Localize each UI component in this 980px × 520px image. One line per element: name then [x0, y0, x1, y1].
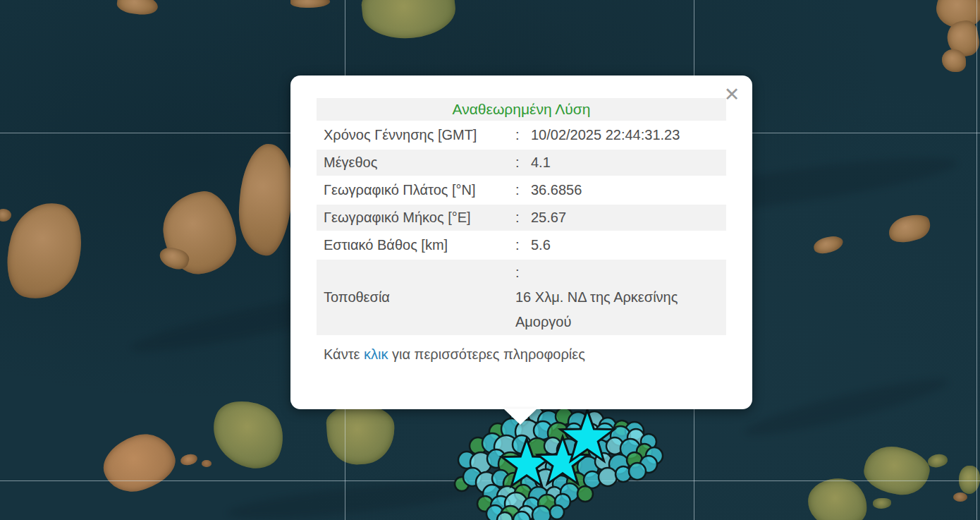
major-earthquake-star-marker[interactable] — [502, 439, 551, 486]
earthquake-circle-marker[interactable] — [497, 486, 518, 507]
earthquake-circle-marker[interactable] — [546, 487, 562, 502]
island — [861, 442, 933, 500]
earthquake-circle-marker[interactable] — [577, 456, 599, 478]
earthquake-circle-marker[interactable] — [575, 438, 593, 456]
popup-title: Αναθεωρημένη Λύση — [317, 98, 726, 121]
earthquake-circle-marker[interactable] — [585, 411, 604, 430]
earthquake-circle-marker[interactable] — [498, 452, 522, 476]
earthquake-circle-marker[interactable] — [599, 418, 616, 435]
earthquake-circle-marker[interactable] — [513, 512, 530, 520]
earthquake-circle-marker[interactable] — [640, 456, 657, 473]
earthquake-circle-marker[interactable] — [487, 449, 506, 468]
earthquake-circle-marker[interactable] — [518, 506, 534, 520]
earthquake-circle-marker[interactable] — [513, 435, 531, 454]
earthquake-circle-marker[interactable] — [589, 440, 610, 461]
earthquake-circle-marker[interactable] — [611, 426, 630, 446]
table-row: Χρόνος Γέννησης [GMT]:10/02/2025 22:44:3… — [317, 122, 726, 148]
earthquake-circle-marker[interactable] — [550, 505, 564, 519]
island — [180, 453, 199, 467]
popup-content: Αναθεωρημένη Λύση Χρόνος Γέννησης [GMT]:… — [317, 97, 726, 366]
field-value: :16 Χλμ. ΝΔ της Αρκεσίνης Αμοργού — [514, 260, 726, 335]
earthquake-circle-marker[interactable] — [584, 471, 601, 488]
earthquake-circle-marker[interactable] — [497, 512, 513, 520]
earthquake-circle-marker[interactable] — [544, 437, 561, 454]
island — [0, 209, 11, 222]
earthquake-info-popup: ✕ Αναθεωρημένη Λύση Χρόνος Γέννησης [GMT… — [290, 75, 752, 409]
earthquake-circle-marker[interactable] — [614, 421, 630, 436]
major-earthquake-star-marker[interactable] — [561, 410, 614, 461]
earthquake-circle-marker[interactable] — [470, 452, 491, 473]
field-label: Γεωγραφικό Μήκος [°E] — [317, 205, 514, 231]
more-info-before: Κάντε — [324, 346, 364, 362]
island — [290, 0, 330, 8]
earthquake-circle-marker[interactable] — [491, 496, 510, 516]
island — [116, 0, 159, 17]
earthquake-circle-marker[interactable] — [529, 487, 549, 507]
earthquake-circle-marker[interactable] — [615, 466, 631, 482]
island — [97, 426, 181, 500]
earthquake-circle-marker[interactable] — [503, 473, 526, 495]
earthquake-circle-marker[interactable] — [578, 423, 601, 446]
earthquake-circle-marker[interactable] — [567, 473, 587, 492]
earthquake-circle-marker[interactable] — [501, 506, 520, 520]
earthquake-circle-marker[interactable] — [568, 412, 588, 432]
earthquake-circle-marker[interactable] — [505, 492, 527, 515]
earthquake-circle-marker[interactable] — [555, 494, 570, 509]
major-earthquake-star-marker[interactable] — [538, 437, 587, 484]
earthquake-circle-marker[interactable] — [595, 453, 612, 470]
earthquake-circle-marker[interactable] — [627, 429, 644, 446]
earthquake-circle-marker[interactable] — [486, 505, 503, 520]
earthquake-circle-marker[interactable] — [609, 454, 629, 474]
earthquake-circle-marker[interactable] — [521, 473, 539, 492]
earthquake-circle-marker[interactable] — [470, 437, 486, 454]
earthquake-circle-marker[interactable] — [641, 434, 656, 449]
earthquake-circle-marker[interactable] — [548, 423, 569, 444]
more-info-after: για περισσότερες πληροφορίες — [388, 346, 584, 362]
earthquake-circle-marker[interactable] — [458, 452, 475, 468]
earthquake-circle-marker[interactable] — [538, 495, 556, 513]
earthquake-circle-marker[interactable] — [492, 470, 509, 487]
earthquake-circle-marker[interactable] — [533, 454, 550, 471]
island — [360, 0, 458, 43]
earthquake-circle-marker[interactable] — [532, 506, 551, 520]
earthquake-circle-marker[interactable] — [629, 463, 646, 480]
earthquake-circle-marker[interactable] — [489, 423, 506, 440]
table-row: Τοποθεσία:16 Χλμ. ΝΔ της Αρκεσίνης Αμοργ… — [317, 260, 726, 335]
island — [926, 452, 949, 469]
earthquake-circle-marker[interactable] — [637, 444, 652, 459]
earthquake-circle-marker[interactable] — [563, 455, 582, 473]
earthquake-circle-marker[interactable] — [538, 411, 559, 432]
earthquake-circle-marker[interactable] — [546, 456, 568, 478]
island — [236, 143, 296, 258]
earthquake-circle-marker[interactable] — [577, 486, 593, 502]
earthquake-circle-marker[interactable] — [596, 423, 614, 442]
earthquake-circle-marker[interactable] — [599, 468, 617, 486]
island — [325, 403, 397, 466]
earthquake-circle-marker[interactable] — [515, 485, 532, 502]
earthquake-circle-marker[interactable] — [606, 437, 623, 454]
earthquake-circle-marker[interactable] — [627, 452, 642, 468]
field-value: :4.1 — [514, 150, 726, 176]
earthquake-circle-marker[interactable] — [553, 476, 570, 492]
earthquake-circle-marker[interactable] — [625, 422, 644, 440]
more-info-link[interactable]: κλικ — [364, 346, 388, 362]
earthquake-circle-marker[interactable] — [494, 435, 518, 459]
island — [0, 194, 92, 309]
island — [202, 460, 212, 467]
earthquake-circle-marker[interactable] — [556, 408, 572, 425]
earthquake-circle-marker[interactable] — [523, 497, 540, 514]
earthquake-circle-marker[interactable] — [527, 438, 548, 459]
earthquake-circle-marker[interactable] — [620, 439, 640, 459]
earthquake-circle-marker[interactable] — [535, 469, 556, 490]
earthquake-circle-marker[interactable] — [565, 423, 582, 440]
earthquake-circle-marker[interactable] — [482, 433, 502, 453]
earthquake-circle-marker[interactable] — [557, 439, 580, 461]
earthquake-circle-marker[interactable] — [561, 483, 579, 502]
table-row: Εστιακό Βάθος [km]:5.6 — [317, 232, 726, 258]
earthquake-circle-marker[interactable] — [646, 447, 663, 464]
popup-tail — [503, 409, 537, 425]
field-label: Χρόνος Γέννησης [GMT] — [317, 122, 514, 148]
island — [953, 492, 967, 502]
earthquake-circle-marker[interactable] — [516, 457, 536, 477]
earthquake-circle-marker[interactable] — [477, 496, 493, 512]
